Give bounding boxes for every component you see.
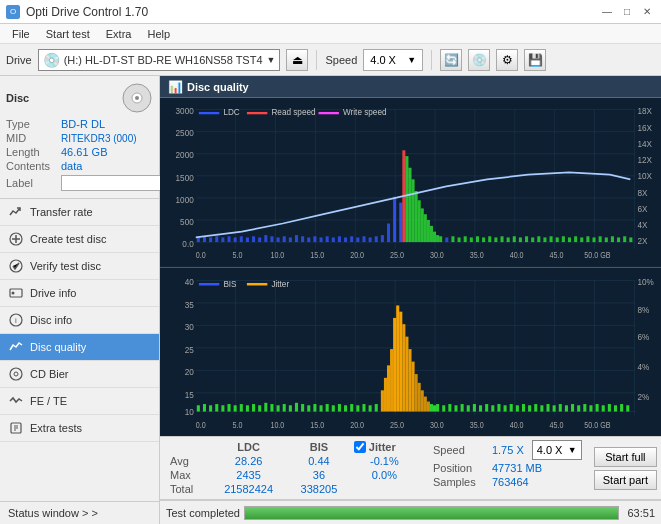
speed-selector[interactable]: 4.0 X ▼ — [363, 49, 423, 71]
svg-rect-203 — [402, 324, 405, 411]
svg-text:2%: 2% — [637, 391, 649, 402]
svg-text:1000: 1000 — [176, 194, 194, 205]
sidebar-item-drive-info[interactable]: Drive info — [0, 280, 159, 307]
svg-rect-222 — [485, 404, 488, 411]
svg-rect-239 — [589, 405, 592, 411]
jitter-checkbox[interactable] — [354, 441, 366, 453]
svg-rect-225 — [504, 405, 507, 411]
svg-rect-108 — [599, 236, 602, 242]
close-button[interactable]: ✕ — [639, 4, 655, 20]
svg-rect-242 — [608, 404, 611, 411]
svg-rect-79 — [430, 226, 433, 242]
svg-rect-76 — [421, 208, 424, 242]
sidebar-item-extra-tests[interactable]: Extra tests — [0, 415, 159, 442]
eject-button[interactable]: ⏏ — [286, 49, 308, 71]
sidebar-item-disc-quality[interactable]: Disc quality — [0, 334, 159, 361]
svg-rect-243 — [614, 405, 617, 411]
svg-rect-244 — [620, 404, 623, 411]
svg-rect-97 — [531, 237, 534, 242]
speed-label: Speed — [325, 54, 357, 66]
menu-extra[interactable]: Extra — [98, 26, 140, 42]
svg-rect-57 — [326, 236, 329, 242]
svg-text:10.0: 10.0 — [270, 251, 284, 261]
svg-text:15.0: 15.0 — [310, 420, 324, 430]
status-window-button[interactable]: Status window > > — [0, 501, 159, 524]
svg-rect-248 — [247, 282, 267, 284]
svg-rect-173 — [240, 404, 243, 411]
menu-file[interactable]: File — [4, 26, 38, 42]
svg-rect-204 — [405, 336, 408, 411]
nav-label: Disc quality — [30, 341, 86, 353]
content-title-text: Disc quality — [187, 81, 249, 93]
nav-label: Extra tests — [30, 422, 82, 434]
speed-select[interactable]: 4.0 X ▼ — [532, 440, 582, 460]
svg-rect-209 — [421, 390, 424, 411]
sidebar-item-disc-info[interactable]: i Disc info — [0, 307, 159, 334]
nav-label: Verify test disc — [30, 260, 101, 272]
sidebar-item-cd-bier[interactable]: CD Bier — [0, 361, 159, 388]
svg-rect-43 — [240, 236, 243, 242]
settings-button[interactable]: ⚙ — [496, 49, 518, 71]
svg-text:45.0: 45.0 — [550, 251, 564, 261]
svg-rect-179 — [277, 405, 280, 411]
svg-text:18X: 18X — [637, 106, 652, 117]
svg-rect-187 — [326, 404, 329, 411]
svg-text:20.0: 20.0 — [350, 420, 364, 430]
svg-rect-48 — [270, 236, 273, 242]
svg-point-2 — [135, 96, 139, 100]
svg-rect-230 — [534, 404, 537, 411]
svg-rect-53 — [301, 236, 304, 242]
svg-text:50.0 GB: 50.0 GB — [584, 420, 610, 430]
svg-rect-62 — [356, 237, 359, 242]
svg-text:1500: 1500 — [176, 172, 194, 183]
mid-value: RITEKDR3 (000) — [61, 133, 137, 144]
menu-help[interactable]: Help — [139, 26, 178, 42]
sidebar-item-verify-test-disc[interactable]: Verify test disc — [0, 253, 159, 280]
svg-rect-198 — [387, 365, 390, 411]
svg-text:2000: 2000 — [176, 150, 194, 161]
sidebar-item-transfer-rate[interactable]: Transfer rate — [0, 199, 159, 226]
svg-rect-39 — [215, 236, 218, 242]
disc-button[interactable]: 💿 — [468, 49, 490, 71]
svg-rect-80 — [433, 232, 436, 242]
sidebar-item-fe-te[interactable]: FE / TE — [0, 388, 159, 415]
svg-text:12X: 12X — [637, 155, 652, 166]
svg-rect-221 — [479, 405, 482, 411]
svg-point-11 — [10, 368, 22, 380]
start-full-button[interactable]: Start full — [594, 447, 657, 467]
save-button[interactable]: 💾 — [524, 49, 546, 71]
create-test-icon — [8, 231, 24, 247]
svg-text:BIS: BIS — [223, 277, 236, 288]
svg-rect-172 — [234, 405, 237, 411]
mid-label: MID — [6, 132, 61, 144]
drive-selector[interactable]: 💿 (H:) HL-DT-ST BD-RE WH16NS58 TST4 ▼ — [38, 49, 281, 71]
disc-image-icon — [121, 82, 153, 114]
avg-bis: 0.44 — [288, 454, 350, 468]
svg-text:5.0: 5.0 — [233, 251, 243, 261]
nav-label: Disc info — [30, 314, 72, 326]
nav-label: Drive info — [30, 287, 76, 299]
sidebar-item-create-test-disc[interactable]: Create test disc — [0, 226, 159, 253]
nav-items: Transfer rate Create test disc Verify te… — [0, 199, 159, 501]
svg-rect-110 — [611, 236, 614, 242]
svg-rect-200 — [393, 317, 396, 411]
svg-rect-218 — [461, 404, 464, 411]
svg-rect-188 — [332, 405, 335, 411]
titlebar: O Opti Drive Control 1.70 — □ ✕ — [0, 0, 661, 24]
bis-header: BIS — [288, 440, 350, 454]
svg-rect-191 — [350, 404, 353, 411]
svg-rect-232 — [546, 404, 549, 411]
app-icon: O — [6, 5, 20, 19]
chart1-block: LDC Read speed Write speed 3000 2500 200… — [160, 98, 661, 268]
start-buttons: Start full Start part — [590, 437, 661, 499]
position-value: 47731 MB — [492, 462, 542, 474]
svg-text:40.0: 40.0 — [510, 251, 524, 261]
menu-start-test[interactable]: Start test — [38, 26, 98, 42]
start-part-button[interactable]: Start part — [594, 470, 657, 490]
svg-rect-196 — [381, 390, 384, 411]
minimize-button[interactable]: — — [599, 4, 615, 20]
refresh-button[interactable]: 🔄 — [440, 49, 462, 71]
maximize-button[interactable]: □ — [619, 4, 635, 20]
chart-icon: 📊 — [168, 80, 183, 94]
svg-rect-216 — [448, 404, 451, 411]
